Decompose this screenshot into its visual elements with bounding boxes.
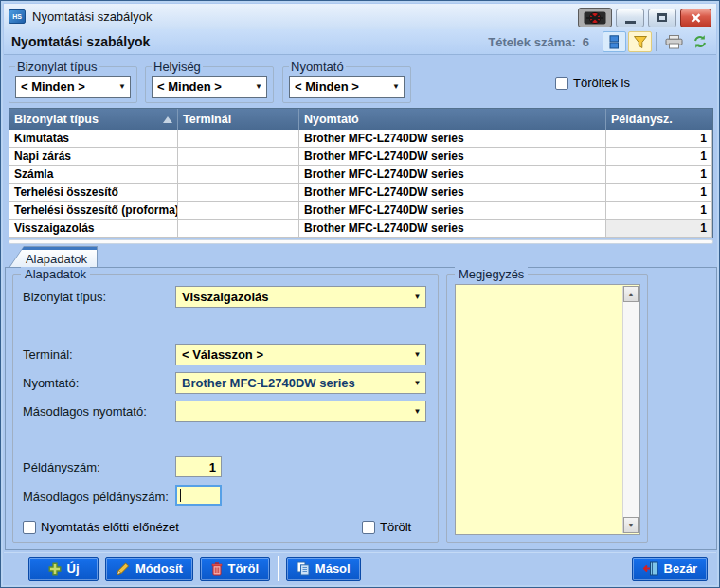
tab-label: Alapadatok [26, 252, 87, 266]
cell-copies-focused: 1 [606, 220, 712, 237]
items-count-value: 6 [583, 35, 589, 49]
column-header-terminal[interactable]: Terminál [178, 109, 299, 130]
items-count-label: Tételek száma: [488, 35, 576, 49]
refresh-button[interactable] [688, 31, 711, 52]
printer-label: Nyomtató: [23, 376, 79, 390]
printer-value: Brother MFC-L2740DW series [182, 376, 355, 390]
table-row-selected[interactable]: Visszaigazolás Brother MFC-L2740DW serie… [9, 220, 712, 238]
secondary-printer-label: Másodlagos nyomtató: [23, 404, 147, 419]
document-type-value: Visszaigazolás [182, 290, 269, 304]
filter-group-document-type: Bizonylat típus < Minden > ▼ [9, 60, 137, 103]
chevron-down-icon: ▼ [115, 82, 130, 91]
cell-copies: 1 [606, 202, 712, 219]
exit-door-icon [642, 561, 658, 576]
cell-copies: 1 [606, 184, 712, 201]
wheel-icon [584, 11, 606, 25]
cell-printer: Brother MFC-L2740DW series [299, 202, 606, 219]
secondary-printer-combobox[interactable]: ▼ [175, 401, 426, 422]
close-icon [691, 13, 701, 23]
close-window-button[interactable] [680, 9, 711, 27]
table-row[interactable]: Kimutatás Brother MFC-L2740DW series 1 [9, 130, 712, 148]
table-row[interactable]: Számla Brother MFC-L2740DW series 1 [9, 166, 712, 184]
minimize-button[interactable] [616, 9, 644, 27]
deleted-checkbox[interactable] [362, 521, 375, 534]
terminal-combobox[interactable]: < Válasszon > ▼ [175, 344, 426, 365]
filter-printer-value: < Minden > [295, 80, 359, 94]
cell-printer: Brother MFC-L2740DW series [299, 184, 606, 201]
chevron-down-icon: ▼ [409, 350, 425, 359]
vertical-scrollbar[interactable]: ▲ ▼ [622, 286, 639, 533]
filter-group-location: Helyiség < Minden > ▼ [145, 60, 274, 103]
button-separator [278, 556, 279, 581]
chevron-down-icon: ▼ [251, 82, 266, 91]
cell-printer: Brother MFC-L2740DW series [299, 166, 606, 183]
comment-textarea[interactable]: ▲ ▼ [455, 284, 640, 535]
document-type-label: Bizonylat típus: [23, 290, 106, 304]
filter-group-printer: Nyomtató < Minden > ▼ [282, 60, 411, 103]
tab-alapadatok[interactable]: Alapadatok [9, 246, 98, 268]
terminal-value: < Válasszon > [182, 347, 263, 362]
column-header-copies[interactable]: Példánysz. [606, 109, 712, 130]
filter-button[interactable] [628, 31, 652, 52]
copies-label: Példányszám: [23, 460, 100, 474]
chevron-down-icon: ▼ [388, 82, 404, 91]
cell-terminal [178, 184, 299, 201]
pencil-icon [116, 562, 130, 576]
copy-button[interactable]: Másol [286, 557, 361, 581]
horizontal-scrollbar[interactable] [9, 239, 713, 244]
cell-printer: Brother MFC-L2740DW series [299, 130, 606, 147]
scroll-down-button[interactable]: ▼ [623, 517, 639, 533]
cell-document-type: Terhelési összesítő (proforma) [9, 202, 178, 219]
show-deleted-label: Töröltek is [573, 76, 630, 90]
cell-printer: Brother MFC-L2740DW series [299, 220, 606, 237]
secondary-copies-input[interactable] [175, 485, 222, 506]
rules-table: Bizonylat típus Terminál Nyomtató Példán… [9, 108, 713, 238]
filter-location-label: Helyiség [152, 60, 203, 74]
column-header-document-type[interactable]: Bizonylat típus [9, 109, 178, 130]
secondary-copies-label: Másodlagos példányszám: [23, 490, 169, 504]
print-button[interactable] [662, 31, 686, 52]
cell-printer: Brother MFC-L2740DW series [299, 148, 606, 165]
modify-button[interactable]: Módosít [105, 557, 193, 581]
cell-terminal [178, 202, 299, 219]
cell-document-type: Visszaigazolás [9, 220, 178, 237]
view-mode-button[interactable] [603, 31, 626, 52]
deleted-label: Törölt [380, 520, 411, 534]
basic-data-group-label: Alapadatok [21, 267, 90, 281]
delete-button[interactable]: Töröl [200, 557, 270, 581]
trash-icon [211, 562, 223, 576]
table-row[interactable]: Napi zárás Brother MFC-L2740DW series 1 [9, 148, 712, 166]
cell-document-type: Számla [9, 166, 178, 183]
filter-location-combobox[interactable]: < Minden > ▼ [152, 76, 267, 98]
page-title: Nyomtatási szabályok [11, 34, 150, 49]
table-row[interactable]: Terhelési összesítő (proforma) Brother M… [9, 202, 712, 220]
wheel-button[interactable] [578, 8, 612, 27]
table-row[interactable]: Terhelési összesítő Brother MFC-L2740DW … [9, 184, 712, 202]
cell-document-type: Kimutatás [9, 130, 178, 147]
plus-icon [48, 562, 62, 576]
toolbar-separator [656, 32, 657, 51]
scroll-up-button[interactable]: ▲ [623, 286, 639, 302]
chevron-down-icon: ▼ [409, 379, 425, 387]
title-bar[interactable]: HS Nyomtatási szabályok [4, 4, 716, 29]
new-button[interactable]: Új [28, 557, 99, 581]
show-deleted-checkbox[interactable] [555, 77, 568, 90]
print-preview-checkbox[interactable] [23, 521, 36, 534]
filter-document-type-combobox[interactable]: < Minden > ▼ [15, 76, 131, 98]
filter-printer-combobox[interactable]: < Minden > ▼ [289, 76, 405, 98]
maximize-button[interactable] [648, 9, 676, 27]
column-header-printer[interactable]: Nyomtató [299, 109, 606, 130]
printer-combobox[interactable]: Brother MFC-L2740DW series ▼ [175, 372, 426, 394]
copies-input[interactable]: 1 [175, 456, 222, 477]
tab-page: Alapadatok Bizonylat típus: Visszaigazol… [5, 267, 717, 550]
document-type-combobox[interactable]: Visszaigazolás ▼ [175, 286, 426, 308]
cell-document-type: Terhelési összesítő [9, 184, 178, 201]
comment-group: Megjegyzés ▲ ▼ [446, 274, 648, 543]
app-icon: HS [9, 9, 26, 24]
comment-group-label: Megjegyzés [455, 267, 528, 281]
terminal-label: Terminál: [23, 347, 73, 362]
printing-rules-window: HS Nyomtatási szabályok Nyomtatási szabá… [0, 0, 720, 588]
close-button[interactable]: Bezár [632, 557, 708, 581]
cell-copies: 1 [606, 148, 712, 165]
print-preview-label: Nyomtatás előtti előnézet [41, 520, 179, 534]
